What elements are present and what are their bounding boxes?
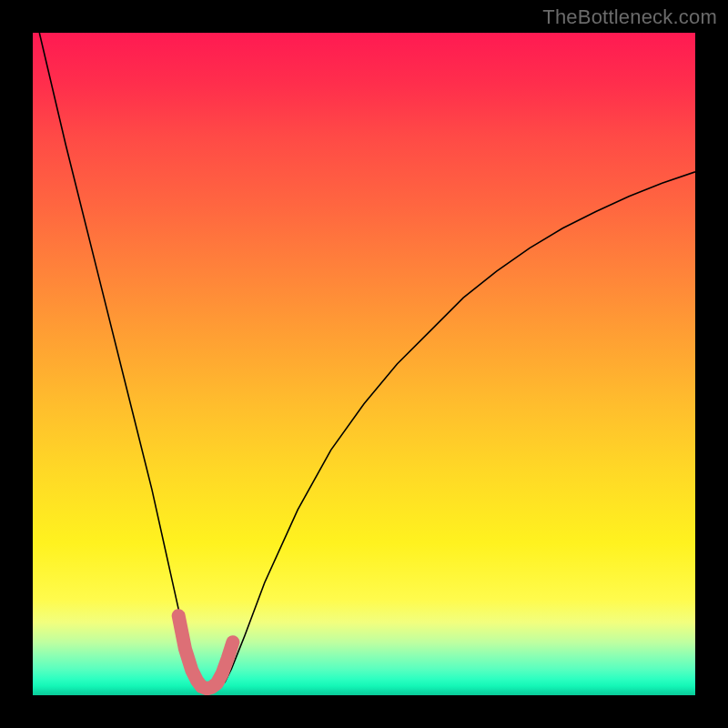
plot-area (33, 33, 695, 695)
chart-svg (33, 33, 695, 695)
chart-frame: TheBottleneck.com (0, 0, 728, 728)
highlight-line (178, 616, 233, 689)
watermark-text: TheBottleneck.com (542, 5, 717, 29)
curve-line (39, 33, 695, 689)
